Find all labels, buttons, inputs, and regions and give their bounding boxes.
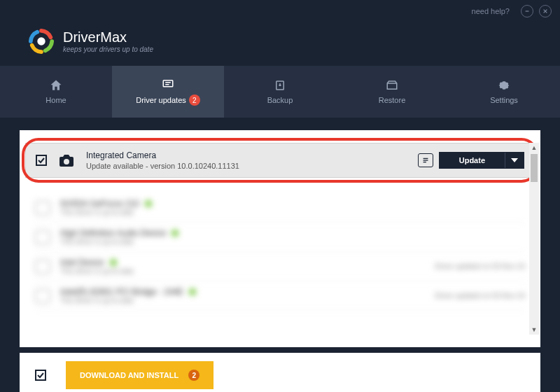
- help-link[interactable]: need help?: [472, 7, 510, 15]
- driver-list-panel: Integrated Camera Update available - ver…: [20, 130, 540, 347]
- titlebar: need help?: [0, 0, 560, 22]
- download-badge: 2: [188, 370, 200, 381]
- svg-rect-4: [163, 80, 173, 87]
- nav-label: Home: [46, 96, 66, 104]
- update-button-main[interactable]: Update: [440, 153, 505, 168]
- backup-icon: [273, 79, 287, 92]
- nav-restore[interactable]: Restore: [336, 66, 448, 118]
- update-button-dropdown[interactable]: [505, 153, 524, 168]
- brand-name: DriverMax: [63, 29, 153, 46]
- blurred-driver-list: NVIDIA GeForce 210This driver is up-to-d…: [25, 193, 535, 311]
- driver-info: Integrated Camera Update available - ver…: [86, 150, 418, 170]
- nav-backup[interactable]: Backup: [224, 66, 336, 118]
- download-label: DOWNLOAD AND INSTALL: [80, 371, 178, 379]
- minimize-button[interactable]: [521, 5, 533, 18]
- svg-point-3: [37, 37, 45, 45]
- close-button[interactable]: [539, 5, 552, 18]
- driver-status: Update available - version 10.0.10240.11…: [86, 162, 418, 170]
- list-item: High Definition Audio DeviceThis driver …: [35, 223, 525, 252]
- nav-driver-updates[interactable]: Driver updates2: [112, 66, 224, 118]
- list-item: Intel DeviceThis driver is up-to-date Dr…: [35, 252, 525, 281]
- updates-icon: [161, 78, 175, 90]
- bottom-bar: DOWNLOAD AND INSTALL 2: [20, 353, 540, 392]
- scroll-thumb[interactable]: [531, 154, 538, 182]
- nav-label: Backup: [267, 96, 293, 104]
- scroll-up-icon[interactable]: ▲: [529, 143, 539, 153]
- list-item: Intel(R) 82801 PCI Bridge - 244EThis dri…: [35, 281, 525, 311]
- app-header: DriverMax keeps your drivers up to date: [0, 22, 560, 66]
- scroll-down-icon[interactable]: ▼: [529, 325, 539, 335]
- driver-name: Integrated Camera: [86, 150, 418, 160]
- device-icon: [35, 289, 50, 303]
- restore-icon: [385, 79, 399, 92]
- updates-badge: 2: [189, 94, 200, 106]
- nav-label: Settings: [490, 96, 518, 104]
- update-button[interactable]: Update: [439, 152, 524, 169]
- driver-checkbox[interactable]: [36, 155, 47, 166]
- nav-label: Restore: [379, 96, 406, 104]
- brand-tagline: keeps your drivers up to date: [63, 46, 153, 53]
- brand: DriverMax keeps your drivers up to date: [63, 29, 153, 53]
- driver-row-highlighted: Integrated Camera Update available - ver…: [25, 143, 535, 178]
- scrollbar[interactable]: ▲ ▼: [529, 143, 539, 335]
- home-icon: [49, 79, 63, 92]
- gear-icon: [497, 79, 511, 92]
- camera-icon: [57, 153, 76, 168]
- device-icon: [35, 201, 50, 215]
- nav-home[interactable]: Home: [0, 66, 112, 118]
- select-all-checkbox[interactable]: [35, 370, 46, 381]
- device-icon: [35, 260, 50, 274]
- driver-details-button[interactable]: [418, 153, 433, 167]
- nav-label: Driver updates2: [136, 94, 200, 106]
- download-install-button[interactable]: DOWNLOAD AND INSTALL 2: [66, 361, 214, 389]
- nav-settings[interactable]: Settings: [448, 66, 560, 118]
- app-logo-icon: [28, 28, 55, 55]
- main-nav: Home Driver updates2 Backup Restore Sett…: [0, 66, 560, 118]
- list-item: NVIDIA GeForce 210This driver is up-to-d…: [35, 193, 525, 223]
- device-icon: [35, 230, 50, 244]
